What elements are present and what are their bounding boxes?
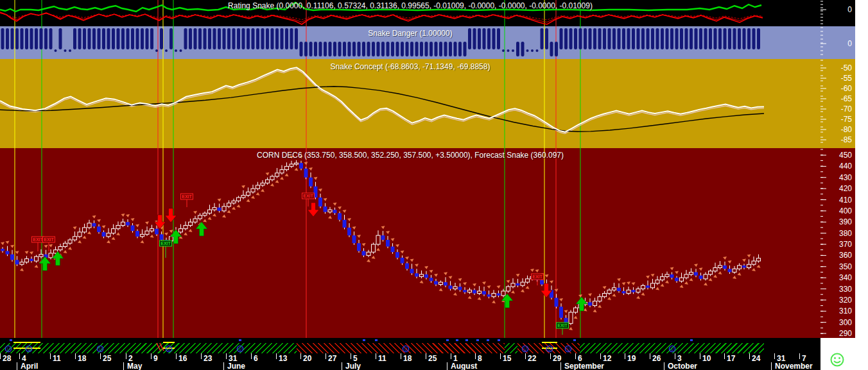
axis-label: 300 — [839, 318, 852, 327]
date-label: 8 — [478, 354, 482, 363]
date-label: 18 — [78, 354, 86, 363]
week-tick — [351, 353, 351, 359]
month-tick — [123, 362, 124, 370]
week-tick — [575, 353, 576, 359]
svg-text:EXIT: EXIT — [44, 237, 54, 242]
rating-snake-panel[interactable]: 0 — [0, 0, 855, 26]
month-tick — [664, 362, 664, 370]
date-label: 10 — [702, 354, 711, 363]
blue-smiley-marker — [236, 344, 244, 355]
week-tick — [126, 353, 126, 359]
blue-smiley-marker — [165, 344, 173, 355]
trading-chart-window: 0 0 -50-55-60-65-70-75-80-85 EXITEXITEXI… — [0, 0, 868, 370]
date-label: 11 — [378, 354, 386, 363]
week-tick — [799, 353, 800, 359]
week-tick — [475, 353, 476, 359]
month-label: July — [345, 362, 361, 370]
forecast-dot — [465, 339, 468, 341]
snake-concept-panel[interactable]: -50-55-60-65-70-75-80-85 — [0, 59, 855, 148]
forecast-dot — [10, 339, 12, 341]
month-tick — [560, 362, 561, 370]
svg-text:EXIT: EXIT — [33, 237, 43, 242]
week-tick — [19, 353, 20, 359]
forecast-dot — [690, 339, 693, 341]
date-label: 17 — [727, 354, 735, 363]
week-tick — [326, 353, 326, 359]
week-tick — [675, 353, 675, 359]
week-tick — [376, 353, 376, 359]
date-label: 27 — [328, 354, 336, 363]
week-tick — [50, 353, 51, 359]
month-tick — [223, 362, 224, 370]
date-label: 22 — [528, 354, 536, 363]
axis-label: -80 — [841, 125, 853, 134]
blue-smiley-marker — [564, 344, 572, 355]
forecast-dot — [456, 339, 458, 341]
week-tick — [401, 353, 401, 359]
week-tick — [700, 353, 700, 359]
month-tick — [771, 362, 772, 370]
week-tick — [525, 353, 526, 359]
week-tick — [300, 353, 301, 359]
axis-label: 0 — [847, 39, 852, 48]
week-tick — [100, 353, 101, 359]
date-label: 18 — [403, 354, 412, 363]
week-tick — [176, 353, 177, 359]
month-label: September — [564, 362, 604, 370]
snake-danger-panel[interactable]: 0 — [0, 26, 855, 59]
date-label: 19 — [627, 354, 636, 363]
forecast-dot — [487, 339, 489, 341]
smiley-status-icon — [829, 351, 846, 368]
month-label: August — [451, 362, 477, 370]
svg-text:EXIT: EXIT — [303, 194, 313, 198]
axis-label: -50 — [841, 63, 853, 72]
month-tick — [342, 362, 342, 370]
axis-label: 320 — [839, 296, 852, 305]
trade-zone-hatch — [297, 343, 505, 353]
week-tick — [75, 353, 76, 359]
week-tick — [226, 353, 227, 359]
forecast-dot — [573, 339, 576, 341]
week-tick — [276, 353, 277, 359]
time-axis[interactable]: 2841118252916233161320275111825181522296… — [0, 338, 820, 370]
month-tick — [447, 362, 447, 370]
axis-label: 360 — [839, 251, 852, 260]
week-tick — [201, 353, 202, 359]
date-label: 25 — [103, 354, 111, 363]
trade-zone-hatch — [505, 343, 517, 353]
week-tick — [625, 353, 625, 359]
axis-label: -85 — [841, 135, 853, 144]
week-tick — [600, 353, 601, 359]
week-tick — [151, 353, 152, 359]
axis-label: -65 — [841, 94, 853, 103]
week-tick — [774, 353, 775, 359]
forecast-dot — [375, 339, 378, 341]
week-tick — [749, 353, 750, 359]
trade-zone-hatch — [0, 343, 297, 353]
date-label: 15 — [503, 354, 511, 363]
axis-label: 440 — [839, 162, 852, 171]
date-label: 13 — [279, 354, 287, 363]
month-label: April — [21, 362, 38, 370]
axis-label: 350 — [839, 262, 852, 271]
date-label: 9 — [153, 354, 158, 363]
axis-label: 290 — [839, 329, 852, 338]
week-tick — [251, 353, 252, 359]
price-chart-panel[interactable]: EXITEXITEXITEXITEXITEXITEXIT450440430420… — [0, 148, 855, 338]
svg-text:EXIT: EXIT — [182, 194, 192, 199]
forecast-dot — [498, 339, 500, 341]
month-label: May — [127, 362, 142, 370]
forecast-dot — [363, 339, 365, 341]
svg-text:EXIT: EXIT — [557, 323, 568, 328]
axis-label: -55 — [841, 74, 853, 83]
month-tick — [17, 362, 17, 370]
axis-label: 0 — [847, 5, 852, 14]
month-label: June — [227, 362, 245, 370]
date-label: 28 — [3, 354, 11, 363]
date-label: 11 — [53, 354, 61, 363]
date-label: 20 — [303, 354, 311, 363]
axis-label: 400 — [839, 206, 852, 215]
axis-label: 410 — [839, 196, 852, 205]
date-label: 25 — [428, 354, 437, 363]
axis-label: 430 — [839, 173, 852, 182]
